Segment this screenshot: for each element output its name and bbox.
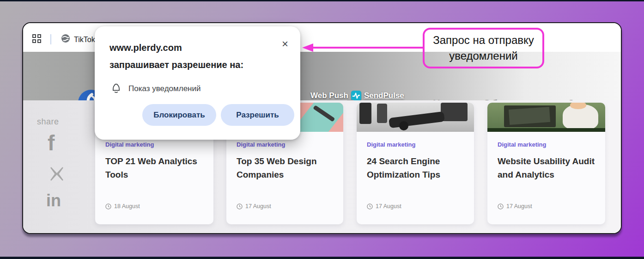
screenshot-canvas: TikTok Web Push SendPulse — [0, 0, 644, 259]
x-share-icon[interactable] — [49, 166, 65, 184]
card-image — [357, 103, 474, 132]
blog-card-4[interactable]: Digital marketing Website Usability Audi… — [487, 103, 605, 224]
dialog-origin: www.plerdy.com — [109, 43, 182, 53]
annotation-line2: уведомлений — [425, 48, 542, 64]
linkedin-share-icon[interactable]: in — [46, 192, 61, 209]
card-category[interactable]: Digital marketing — [367, 141, 464, 148]
share-label: share — [37, 117, 59, 127]
card-category[interactable]: Digital marketing — [105, 141, 203, 148]
card-date: 18 August — [105, 203, 140, 210]
clock-icon — [367, 204, 373, 210]
block-button[interactable]: Блокировать — [142, 104, 216, 126]
card-title[interactable]: Top 35 Web Design Companies — [237, 154, 333, 181]
clock-icon — [237, 204, 243, 210]
dialog-title: www.plerdy.com запрашивает разрешение на… — [109, 39, 280, 74]
dialog-request-text: запрашивает разрешение на: — [109, 60, 243, 70]
clock-icon — [105, 204, 111, 210]
allow-button[interactable]: Разрешить — [221, 104, 294, 126]
bottom-edge-strip — [0, 257, 644, 259]
globe-favicon-icon — [61, 34, 70, 45]
top-edge-strip — [0, 0, 644, 1]
card-category[interactable]: Digital marketing — [498, 141, 595, 148]
annotation-arrow — [312, 47, 423, 49]
facebook-share-icon[interactable]: f — [48, 132, 55, 154]
permission-row: Показ уведомлений — [111, 83, 201, 94]
bookmarks-divider — [50, 34, 51, 44]
annotation-line1: Запрос на отправку — [425, 32, 542, 48]
annotation-arrowhead-icon — [302, 43, 313, 52]
card-category[interactable]: Digital marketing — [237, 141, 333, 148]
card-date: 17 August — [367, 203, 401, 210]
blog-card-3[interactable]: Digital marketing 24 Search Engine Optim… — [357, 103, 474, 224]
apps-grid-icon[interactable] — [32, 34, 42, 44]
notification-permission-dialog: www.plerdy.com запрашивает разрешение на… — [95, 26, 300, 140]
permission-item-label: Показ уведомлений — [128, 84, 201, 93]
card-title[interactable]: TOP 21 Web Analytics Tools — [105, 154, 203, 181]
clock-icon — [498, 204, 504, 210]
annotation-callout: Запрос на отправку уведомлений — [423, 28, 544, 68]
bell-icon — [111, 83, 121, 94]
card-title[interactable]: Website Usability Audit and Analytics — [498, 154, 595, 181]
card-image — [487, 103, 605, 132]
close-icon[interactable]: × — [282, 38, 288, 49]
bookmark-tiktok[interactable]: TikTok — [74, 36, 95, 44]
card-date: 17 August — [237, 203, 271, 210]
card-title[interactable]: 24 Search Engine Optimization Tips — [367, 154, 464, 181]
card-date: 17 August — [498, 203, 532, 210]
